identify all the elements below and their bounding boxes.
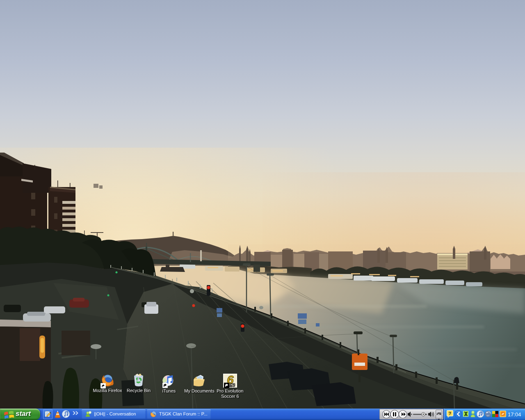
svg-text:?: ? [449, 411, 452, 416]
svg-text:ES: ES [229, 383, 235, 388]
